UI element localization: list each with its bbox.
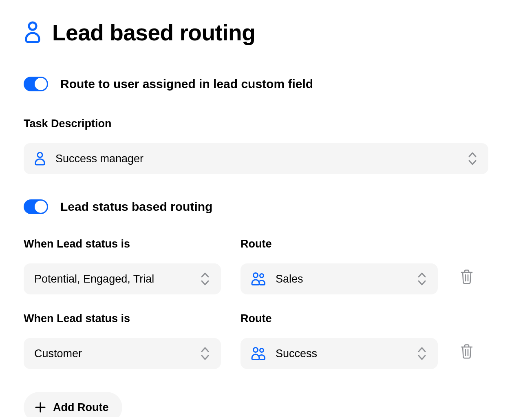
task-description-select[interactable]: Success manager xyxy=(24,143,488,174)
route-value: Success xyxy=(276,347,317,360)
lead-status-value: Customer xyxy=(34,347,82,360)
delete-rule-button[interactable] xyxy=(457,267,476,286)
status-routing-toggle-label: Lead status based routing xyxy=(60,200,212,214)
add-route-label: Add Route xyxy=(53,401,108,414)
route-select[interactable]: Success xyxy=(241,338,438,369)
task-description-label: Task Description xyxy=(24,117,488,130)
routing-rule-row: When Lead status is Customer Route xyxy=(24,312,488,369)
page-header: Lead based routing xyxy=(24,20,488,46)
routing-rule-row: When Lead status is Potential, Engaged, … xyxy=(24,238,488,294)
page-title: Lead based routing xyxy=(52,20,255,46)
route-label: Route xyxy=(241,238,438,250)
users-icon xyxy=(251,272,266,286)
add-route-button[interactable]: Add Route xyxy=(24,392,122,417)
svg-point-3 xyxy=(260,274,264,278)
trash-icon xyxy=(460,269,474,285)
lead-routing-panel: Lead based routing Route to user assigne… xyxy=(3,3,509,417)
svg-point-5 xyxy=(260,349,264,352)
chevrons-up-down-icon xyxy=(417,271,427,287)
users-icon xyxy=(251,347,266,360)
route-label: Route xyxy=(241,312,438,325)
custom-field-routing-toggle-row: Route to user assigned in lead custom fi… xyxy=(24,77,488,91)
svg-point-0 xyxy=(29,22,36,30)
status-routing-toggle-row: Lead status based routing xyxy=(24,199,488,214)
lead-status-label: When Lead status is xyxy=(24,238,221,250)
task-description-value: Success manager xyxy=(55,153,143,165)
chevrons-up-down-icon xyxy=(200,271,210,287)
user-icon xyxy=(24,21,42,44)
plus-icon xyxy=(34,401,46,413)
chevrons-up-down-icon xyxy=(200,346,210,361)
trash-icon xyxy=(460,344,474,359)
custom-field-routing-toggle-label: Route to user assigned in lead custom fi… xyxy=(60,77,313,91)
custom-field-routing-toggle[interactable] xyxy=(24,77,48,91)
lead-status-label: When Lead status is xyxy=(24,312,221,325)
delete-rule-button[interactable] xyxy=(457,342,476,361)
route-value: Sales xyxy=(276,273,303,285)
chevrons-up-down-icon xyxy=(467,151,478,166)
lead-status-select[interactable]: Potential, Engaged, Trial xyxy=(24,263,221,294)
lead-status-value: Potential, Engaged, Trial xyxy=(34,273,154,285)
chevrons-up-down-icon xyxy=(417,346,427,361)
user-icon xyxy=(34,152,46,166)
svg-point-2 xyxy=(254,273,258,278)
svg-point-4 xyxy=(254,348,258,352)
svg-point-1 xyxy=(38,153,42,157)
lead-status-select[interactable]: Customer xyxy=(24,338,221,369)
status-routing-toggle[interactable] xyxy=(24,199,48,214)
route-select[interactable]: Sales xyxy=(241,263,438,294)
